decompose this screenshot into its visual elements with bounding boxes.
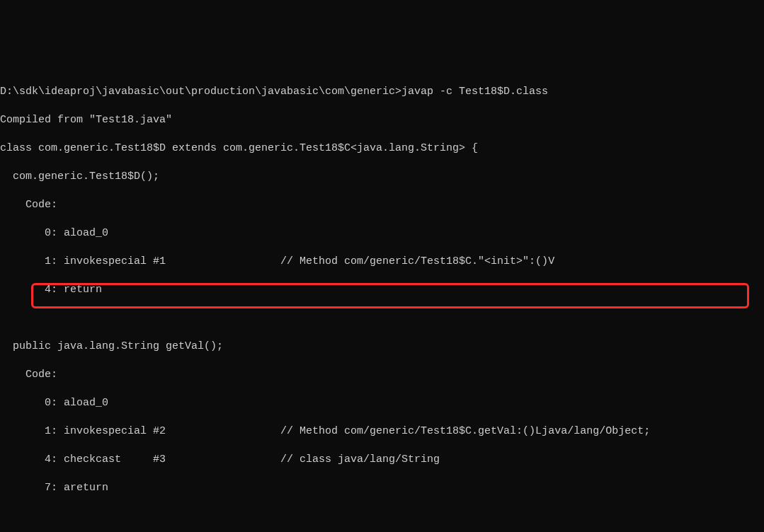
code-label: Code: — [0, 198, 764, 212]
bytecode-line: 1: invokespecial #1 // Method com/generi… — [0, 255, 764, 269]
bytecode-line: 4: return — [0, 283, 764, 297]
bytecode-line: 7: areturn — [0, 481, 764, 495]
class-declaration: class com.generic.Test18$D extends com.g… — [0, 141, 764, 156]
bytecode-line: 4: checkcast #3 // class java/lang/Strin… — [0, 453, 764, 467]
blank-line — [0, 509, 764, 524]
constructor-signature: com.generic.Test18$D(); — [0, 170, 764, 184]
compiled-from-line: Compiled from "Test18.java" — [0, 113, 764, 127]
bytecode-line: 0: aload_0 — [0, 226, 764, 241]
prompt-line: D:\sdk\ideaproj\javabasic\out\production… — [0, 85, 764, 99]
code-label: Code: — [0, 368, 764, 382]
getval-string-signature: public java.lang.String getVal(); — [0, 340, 764, 354]
terminal-output[interactable]: D:\sdk\ideaproj\javabasic\out\production… — [0, 71, 764, 532]
bytecode-line: 1: invokespecial #2 // Method com/generi… — [0, 424, 764, 439]
bytecode-line: 0: aload_0 — [0, 396, 764, 410]
blank-line — [0, 311, 764, 325]
